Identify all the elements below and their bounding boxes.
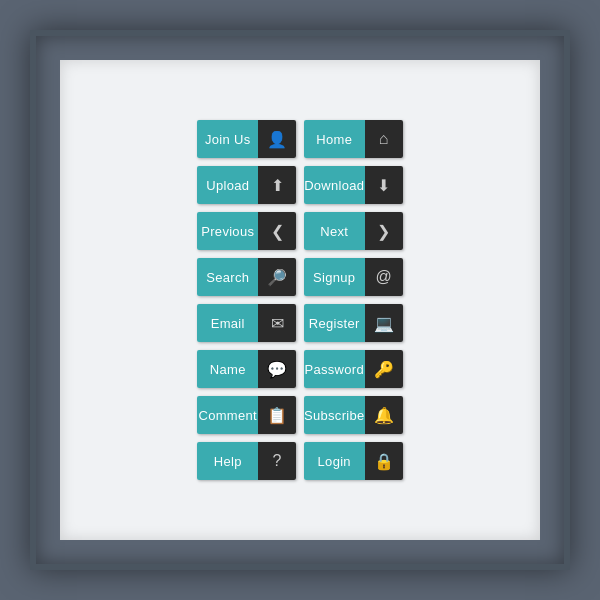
button-download[interactable]: Download⬇ xyxy=(304,166,403,204)
button-icon-download: ⬇ xyxy=(365,166,403,204)
inner-panel: Join Us👤Home⌂Upload⬆Download⬇Previous❮Ne… xyxy=(60,60,540,540)
button-icon-login: 🔒 xyxy=(365,442,403,480)
button-label-help: Help xyxy=(197,442,258,480)
button-previous[interactable]: Previous❮ xyxy=(197,212,296,250)
button-join-us[interactable]: Join Us👤 xyxy=(197,120,296,158)
button-icon-upload: ⬆ xyxy=(258,166,296,204)
button-label-join-us: Join Us xyxy=(197,120,258,158)
button-register[interactable]: Register💻 xyxy=(304,304,403,342)
button-signup[interactable]: Signup@ xyxy=(304,258,403,296)
button-label-download: Download xyxy=(304,166,365,204)
button-icon-email: ✉ xyxy=(258,304,296,342)
button-icon-comment: 📋 xyxy=(258,396,296,434)
button-icon-join-us: 👤 xyxy=(258,120,296,158)
button-label-register: Register xyxy=(304,304,365,342)
button-label-comment: Comment xyxy=(197,396,258,434)
button-icon-next: ❯ xyxy=(365,212,403,250)
button-search[interactable]: Search🔎 xyxy=(197,258,296,296)
outer-frame: Join Us👤Home⌂Upload⬆Download⬇Previous❮Ne… xyxy=(30,30,570,570)
button-login[interactable]: Login🔒 xyxy=(304,442,403,480)
buttons-grid: Join Us👤Home⌂Upload⬆Download⬇Previous❮Ne… xyxy=(177,100,422,500)
button-label-previous: Previous xyxy=(197,212,258,250)
button-comment[interactable]: Comment📋 xyxy=(197,396,296,434)
button-icon-name: 💬 xyxy=(258,350,296,388)
button-icon-search: 🔎 xyxy=(258,258,296,296)
button-icon-register: 💻 xyxy=(365,304,403,342)
button-next[interactable]: Next❯ xyxy=(304,212,403,250)
button-label-name: Name xyxy=(197,350,258,388)
button-help[interactable]: Help?️ xyxy=(197,442,296,480)
button-home[interactable]: Home⌂ xyxy=(304,120,403,158)
button-label-next: Next xyxy=(304,212,365,250)
button-password[interactable]: Password🔑 xyxy=(304,350,403,388)
button-label-login: Login xyxy=(304,442,365,480)
button-icon-previous: ❮ xyxy=(258,212,296,250)
button-label-subscribe: Subscribe xyxy=(304,396,365,434)
button-subscribe[interactable]: Subscribe🔔 xyxy=(304,396,403,434)
button-email[interactable]: Email✉ xyxy=(197,304,296,342)
button-label-upload: Upload xyxy=(197,166,258,204)
button-icon-home: ⌂ xyxy=(365,120,403,158)
button-icon-help: ?️ xyxy=(258,442,296,480)
button-label-signup: Signup xyxy=(304,258,365,296)
button-label-search: Search xyxy=(197,258,258,296)
button-label-email: Email xyxy=(197,304,258,342)
button-icon-signup: @ xyxy=(365,258,403,296)
button-upload[interactable]: Upload⬆ xyxy=(197,166,296,204)
button-icon-password: 🔑 xyxy=(365,350,403,388)
button-icon-subscribe: 🔔 xyxy=(365,396,403,434)
button-name[interactable]: Name💬 xyxy=(197,350,296,388)
button-label-home: Home xyxy=(304,120,365,158)
button-label-password: Password xyxy=(304,350,365,388)
